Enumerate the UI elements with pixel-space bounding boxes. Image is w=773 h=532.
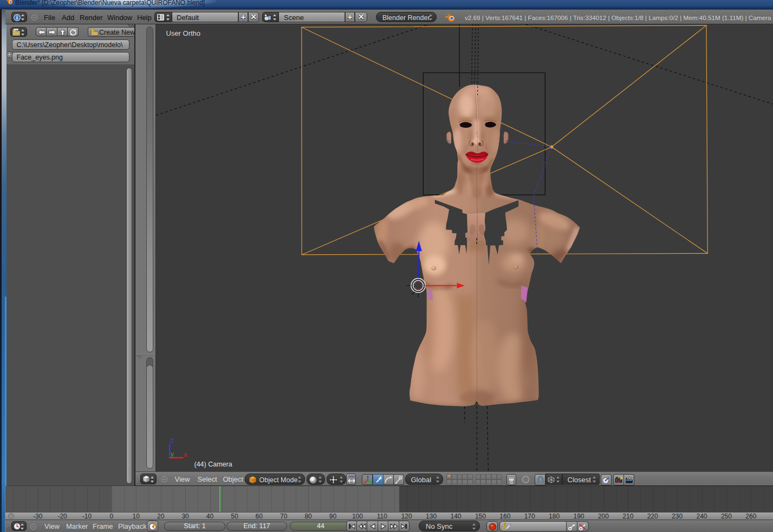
svg-text:(44) Camera: (44) Camera xyxy=(194,461,232,468)
svg-text:y: y xyxy=(171,450,174,458)
svg-text:x: x xyxy=(184,451,187,458)
svg-text:z: z xyxy=(170,437,173,444)
svg-text:User Ortho: User Ortho xyxy=(166,29,200,37)
